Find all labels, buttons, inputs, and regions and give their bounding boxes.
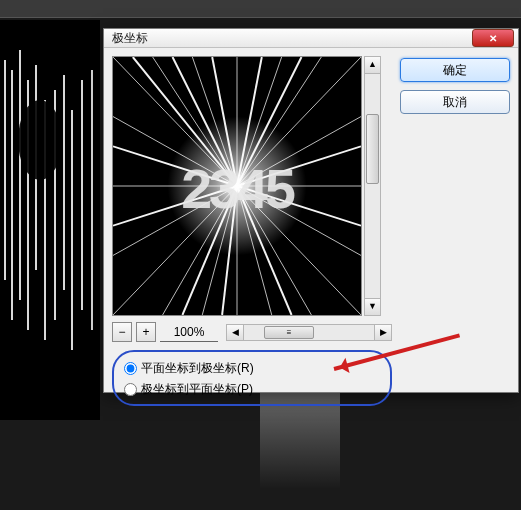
svg-rect-0 [0,20,100,420]
dialog-title: 极坐标 [112,30,472,47]
titlebar[interactable]: 极坐标 ✕ [104,29,518,48]
cancel-button[interactable]: 取消 [400,90,510,114]
option-rect-to-polar[interactable]: 平面坐标到极坐标(R) [124,358,380,379]
zoom-value[interactable]: 100% [160,322,218,342]
svg-text:2345: 2345 [181,158,295,220]
background-canvas [0,20,100,420]
option-polar-to-rect[interactable]: 极坐标到平面坐标(P) [124,379,380,400]
dialog-body: 2345 ▲ ▼ − + 100% ◀ ≡ ▶ [104,48,518,414]
radio-label[interactable]: 极坐标到平面坐标(P) [141,381,253,398]
radio-rect-to-polar[interactable] [124,362,137,375]
right-column: 确定 取消 [400,56,510,406]
vertical-scrollbar[interactable]: ▲ ▼ [364,56,381,316]
options-group: 平面坐标到极坐标(R) 极坐标到平面坐标(P) [112,350,392,406]
hscroll-thumb[interactable]: ≡ [264,326,314,339]
radio-label[interactable]: 平面坐标到极坐标(R) [141,360,254,377]
horizontal-scrollbar[interactable]: ◀ ≡ ▶ [226,324,392,341]
ruler-top [0,0,521,18]
zoom-in-button[interactable]: + [136,322,156,342]
preview-wrap: 2345 ▲ ▼ [112,56,392,316]
close-button[interactable]: ✕ [472,29,514,47]
left-column: 2345 ▲ ▼ − + 100% ◀ ≡ ▶ [112,56,392,406]
close-icon: ✕ [489,33,497,44]
vscroll-thumb[interactable] [366,114,379,184]
zoom-controls: − + 100% ◀ ≡ ▶ [112,322,392,342]
polar-coordinates-dialog: 极坐标 ✕ [103,28,519,393]
scroll-up-button[interactable]: ▲ [365,57,380,74]
scroll-down-button[interactable]: ▼ [365,298,380,315]
zoom-out-button[interactable]: − [112,322,132,342]
svg-point-12 [18,100,62,180]
preview-image[interactable]: 2345 [112,56,362,316]
ok-button[interactable]: 确定 [400,58,510,82]
scroll-left-button[interactable]: ◀ [227,325,244,340]
scroll-right-button[interactable]: ▶ [374,325,391,340]
radio-polar-to-rect[interactable] [124,383,137,396]
